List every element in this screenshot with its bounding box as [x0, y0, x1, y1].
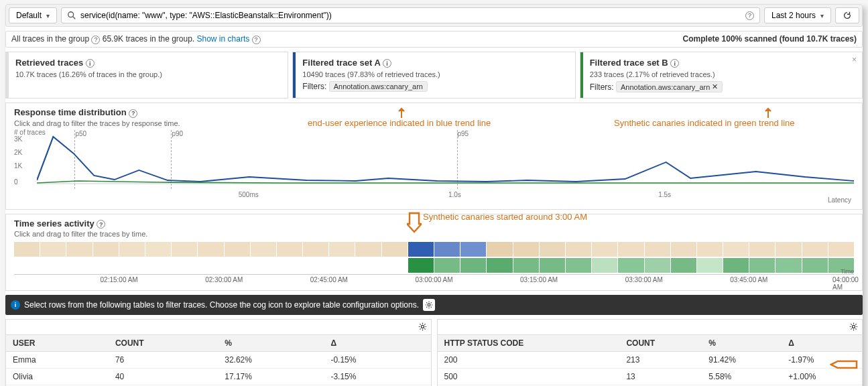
scan-status: Complete 100% scanned (found 10.7K trace…: [683, 34, 857, 44]
gear-icon[interactable]: [423, 299, 435, 311]
query-box[interactable]: ?: [61, 7, 760, 23]
heatmap-cell: [460, 258, 486, 273]
query-input[interactable]: [80, 11, 741, 20]
col-user[interactable]: USER: [6, 335, 109, 352]
col-count[interactable]: COUNT: [109, 335, 218, 352]
heatmap-cell: [592, 242, 617, 257]
response-time-panel: Response time distribution ? Click and d…: [5, 103, 863, 210]
filters-label: Filters:: [590, 82, 614, 92]
svg-point-0: [68, 12, 74, 17]
panel-hint: Click and drag to filter the traces by t…: [14, 230, 854, 238]
help-icon[interactable]: ?: [129, 109, 137, 118]
time-range-dropdown[interactable]: Last 2 hours: [764, 7, 831, 23]
refresh-button[interactable]: [835, 7, 859, 23]
heatmap-cell: [408, 242, 434, 257]
heatmap-cell: [303, 242, 328, 257]
gear-icon[interactable]: [418, 322, 427, 333]
card-accent: [580, 52, 583, 99]
card-set-b[interactable]: × Filtered trace set B i 233 traces (2.1…: [580, 52, 863, 99]
heatmap-cell: [329, 242, 355, 257]
card-accent: [293, 52, 296, 99]
heatmap-cell: [66, 242, 92, 257]
heatmap-cell: [225, 258, 250, 273]
help-icon[interactable]: ?: [97, 220, 105, 229]
heatmap-cell: [93, 242, 119, 257]
latency-label: Latency: [828, 196, 851, 204]
svg-point-3: [428, 304, 430, 306]
col-pct[interactable]: %: [702, 335, 782, 352]
heatmap-cell: [671, 242, 696, 257]
heatmap-cell: [749, 258, 775, 273]
heatmap-cell: [566, 242, 591, 257]
help-icon[interactable]: ?: [91, 36, 100, 44]
heatmap-cell: [697, 242, 723, 257]
svg-point-5: [852, 325, 855, 328]
table-row[interactable]: Emma7632.62%-0.15%: [6, 352, 431, 369]
card-accent: [6, 52, 9, 99]
tables-row: USER COUNT % Δ Emma7632.62%-0.15%Olivia4…: [5, 319, 863, 386]
heatmap-cell: [251, 242, 276, 257]
heatmap-cell: [198, 258, 223, 273]
top-toolbar: Default ? Last 2 hours: [5, 4, 863, 27]
heatmap-cell: [14, 258, 40, 273]
col-pct[interactable]: %: [218, 335, 324, 352]
heatmap-cell: [198, 242, 223, 257]
remove-chip-icon[interactable]: ✕: [712, 82, 718, 91]
heatmap-cell: [749, 242, 775, 257]
heatmap-cell: [487, 258, 512, 273]
heatmap-cell: [566, 258, 591, 273]
heatmap-cell: [145, 242, 171, 257]
card-title: Filtered trace set A: [302, 58, 380, 68]
heatmap-cell: [303, 258, 328, 273]
heatmap-cell: [172, 258, 197, 273]
search-icon: [67, 11, 76, 20]
gear-icon[interactable]: [849, 322, 858, 333]
panel-title: Time series activity: [14, 218, 95, 229]
user-table[interactable]: USER COUNT % Δ Emma7632.62%-0.15%Olivia4…: [6, 334, 431, 386]
status-table[interactable]: HTTP STATUS CODE COUNT % Δ 20021391.42%-…: [438, 334, 863, 386]
help-icon[interactable]: ?: [252, 36, 261, 44]
help-icon[interactable]: ?: [745, 11, 754, 20]
trace-set-cards: Retrieved traces i 10.7K traces (16.26% …: [5, 52, 863, 99]
heatmap-cell: [382, 258, 408, 273]
table-info-bar: i Select rows from the following tables …: [5, 295, 863, 315]
heatmap-cell: [460, 242, 486, 257]
heatmap-cell: [355, 258, 381, 273]
card-set-a[interactable]: Filtered trace set A i 10490 traces (97.…: [292, 52, 575, 99]
heatmap-cell: [382, 242, 408, 257]
card-title: Retrieved traces: [15, 58, 83, 68]
close-icon[interactable]: ×: [852, 55, 857, 64]
filter-chip[interactable]: Annotation.aws:canary_arn: [329, 81, 428, 92]
filter-chip[interactable]: Annotation.aws:canary_arn ✕: [616, 81, 723, 92]
card-title: Filtered trace set B: [590, 58, 668, 68]
heatmap-cell: [540, 242, 565, 257]
info-icon[interactable]: i: [670, 59, 679, 68]
col-delta[interactable]: Δ: [782, 335, 862, 352]
heatmap-cell: [592, 258, 617, 273]
heatmap-cell: [671, 258, 696, 273]
heatmap-cell: [802, 258, 828, 273]
scope-label: Default: [16, 11, 42, 20]
heatmap-cell: [277, 242, 302, 257]
col-code[interactable]: HTTP STATUS CODE: [438, 335, 620, 352]
heatmap-cell: [40, 258, 66, 273]
col-delta[interactable]: Δ: [324, 335, 430, 352]
table-row[interactable]: Olivia4017.17%-3.15%: [6, 369, 431, 385]
scope-dropdown[interactable]: Default: [9, 7, 57, 23]
time-series-heatmap[interactable]: 02:15:00 AM 02:30:00 AM 02:45:00 AM 03:0…: [14, 242, 854, 285]
card-retrieved[interactable]: Retrieved traces i 10.7K traces (16.26% …: [5, 52, 288, 99]
heatmap-cell: [618, 242, 643, 257]
table-row[interactable]: 500135.58%+1.00%: [438, 369, 863, 385]
info-icon[interactable]: i: [383, 59, 391, 68]
heatmap-cell: [225, 242, 250, 257]
strip-label-b: 65.9K traces in the group.: [103, 34, 194, 44]
table-row[interactable]: 20021391.42%-1.97%: [438, 352, 863, 369]
distribution-chart[interactable]: # of traces 3K 2K 1K 0 p50 p90 p95 500ms…: [14, 130, 854, 204]
col-count[interactable]: COUNT: [619, 335, 702, 352]
time-range-label: Last 2 hours: [771, 11, 816, 20]
heatmap-cell: [487, 242, 512, 257]
info-icon[interactable]: i: [86, 59, 95, 68]
heatmap-cell: [119, 242, 145, 257]
ts-axis: 02:15:00 AM 02:30:00 AM 02:45:00 AM 03:0…: [14, 274, 854, 285]
show-in-charts-link[interactable]: Show in charts: [197, 34, 250, 44]
